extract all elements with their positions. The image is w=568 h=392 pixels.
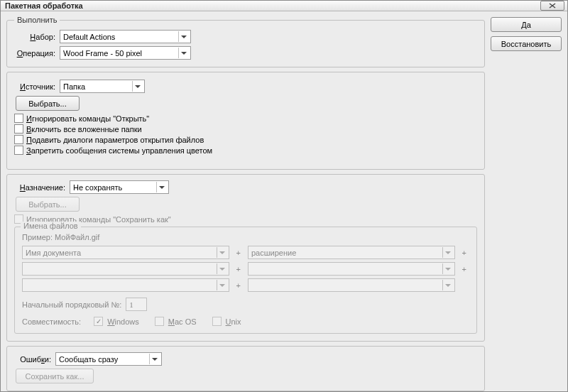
- play-legend: Выполнить: [14, 16, 60, 24]
- suppress-open-dialogs-checkbox[interactable]: [14, 135, 23, 144]
- file-naming-legend: Имена файлов: [21, 222, 81, 230]
- naming-combo-1: Имя документа: [22, 246, 229, 259]
- compat-mac-label: Mac OS: [168, 317, 197, 326]
- destination-combo[interactable]: Не сохранять: [70, 180, 169, 194]
- source-combo[interactable]: Папка: [60, 80, 145, 93]
- naming-combo-2: расширение: [248, 246, 455, 259]
- plus-icon: +: [459, 249, 469, 257]
- include-subfolders-checkbox[interactable]: [14, 124, 23, 134]
- play-group: Выполнить Набор: Default Actions Операци…: [6, 16, 485, 67]
- include-subfolders-label: Включить все вложенные папки: [26, 125, 142, 134]
- destination-label: Назначение:: [14, 183, 65, 192]
- close-icon: [549, 3, 556, 9]
- suppress-color-warnings-checkbox[interactable]: [14, 146, 23, 155]
- suppress-color-warnings-label: Запретить сообщения системы управления ц…: [26, 146, 212, 155]
- chevron-down-icon: [217, 263, 227, 274]
- side-buttons: Да Восстановить: [491, 16, 562, 391]
- suppress-open-dialogs-label: Подавить диалоги параметров открытия фай…: [26, 136, 204, 144]
- plus-icon: +: [234, 281, 244, 290]
- plus-icon: +: [459, 265, 469, 273]
- plus-icon: +: [234, 249, 244, 257]
- chevron-down-icon: [178, 31, 189, 42]
- chevron-down-icon: [149, 354, 160, 364]
- destination-group: Назначение: Не сохранять Выбрать... Игно…: [6, 174, 485, 342]
- naming-combo-5: [22, 278, 229, 292]
- source-label: Источник:: [14, 82, 55, 91]
- serial-input: [126, 298, 147, 311]
- window-title: Пакетная обработка: [5, 1, 83, 10]
- operation-combo[interactable]: Wood Frame - 50 pixel: [60, 46, 191, 60]
- naming-combo-6: [248, 278, 455, 292]
- naming-combo-3: [22, 262, 229, 276]
- compat-windows-checkbox: [94, 317, 103, 326]
- close-button[interactable]: [540, 1, 564, 11]
- naming-combo-4: [248, 262, 455, 276]
- plus-icon: +: [234, 265, 244, 273]
- batch-dialog: Пакетная обработка Выполнить Набор: Defa…: [0, 0, 568, 392]
- main-column: Выполнить Набор: Default Actions Операци…: [6, 16, 485, 391]
- chevron-down-icon: [156, 182, 167, 192]
- naming-example: Пример: МойФайл.gif: [22, 233, 469, 241]
- chevron-down-icon: [442, 263, 453, 274]
- errors-label: Ошибки:: [14, 355, 51, 364]
- chevron-down-icon: [442, 247, 453, 258]
- ok-button[interactable]: Да: [491, 17, 562, 32]
- source-choose-button[interactable]: Выбрать...: [16, 96, 80, 111]
- destination-choose-button: Выбрать...: [16, 197, 80, 212]
- compat-mac-checkbox: [155, 317, 164, 326]
- dialog-body: Выполнить Набор: Default Actions Операци…: [1, 11, 567, 392]
- operation-label: Операция:: [14, 49, 55, 58]
- ignore-open-label: Игнорировать команды "Открыть": [26, 114, 149, 123]
- errors-group: Ошибки: Сообщать сразу Сохранить как...: [6, 346, 485, 391]
- chevron-down-icon: [442, 280, 453, 290]
- errors-combo[interactable]: Сообщать сразу: [55, 352, 162, 366]
- compat-label: Совместимость:: [22, 317, 81, 326]
- compat-windows-label: Windows: [107, 317, 139, 326]
- set-label: Набор:: [14, 33, 55, 41]
- titlebar: Пакетная обработка: [1, 1, 567, 11]
- chevron-down-icon: [217, 280, 227, 290]
- chevron-down-icon: [217, 247, 227, 258]
- source-dest-group: Источник: Папка Выбрать... Игнорировать …: [6, 72, 485, 170]
- file-naming-group: Имена файлов Пример: МойФайл.gif Имя док…: [14, 227, 477, 334]
- restore-button[interactable]: Восстановить: [491, 36, 562, 51]
- chevron-down-icon: [178, 48, 189, 58]
- ignore-open-checkbox[interactable]: [14, 114, 23, 123]
- set-combo[interactable]: Default Actions: [60, 30, 191, 43]
- compat-unix-checkbox: [212, 317, 222, 326]
- serial-label: Начальный порядковый №:: [22, 300, 121, 309]
- chevron-down-icon: [132, 81, 143, 92]
- compat-unix-label: Unix: [226, 317, 241, 326]
- errors-save-as-button: Сохранить как...: [16, 369, 94, 383]
